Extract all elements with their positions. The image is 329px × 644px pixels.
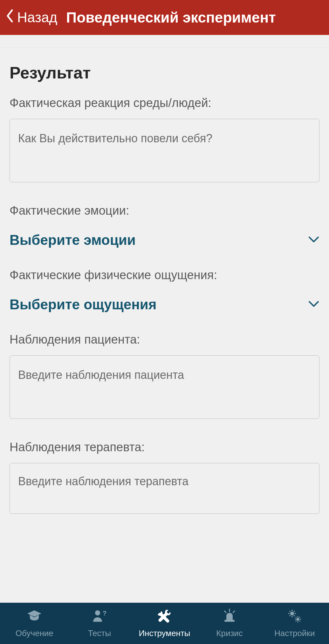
svg-line-13: [294, 611, 295, 612]
alarm-icon: [222, 608, 237, 626]
tab-label: Обучение: [16, 628, 53, 638]
svg-line-14: [290, 615, 291, 616]
tab-crisis[interactable]: Кризис: [197, 608, 262, 638]
tools-icon: [157, 608, 172, 626]
svg-point-15: [296, 618, 299, 621]
svg-rect-2: [224, 620, 235, 622]
therapist-obs-input[interactable]: [10, 463, 319, 514]
svg-text:?: ?: [103, 610, 106, 617]
sensations-label: Фактические физические ощущения:: [10, 268, 319, 282]
emotions-label: Фактические эмоции:: [10, 204, 319, 218]
tab-bar: Обучение ? Тесты Инструменты: [0, 603, 329, 644]
chevron-down-icon: [308, 236, 319, 244]
tab-tests[interactable]: ? Тесты: [67, 608, 132, 638]
svg-line-12: [294, 615, 295, 616]
field-emotions: Фактические эмоции: Выберите эмоции: [10, 204, 319, 248]
reaction-input[interactable]: [10, 119, 319, 182]
field-therapist-obs: Наблюдения терапевта:: [10, 440, 319, 515]
tab-label: Тесты: [88, 628, 111, 638]
svg-line-11: [290, 611, 291, 612]
graduation-cap-icon: [27, 608, 42, 626]
emotions-select-text: Выберите эмоции: [10, 232, 136, 248]
svg-line-22: [299, 617, 300, 618]
page-title: Поведенческий эксперимент: [66, 9, 276, 26]
chevron-down-icon: [308, 300, 319, 309]
field-sensations: Фактические физические ощущения: Выберит…: [10, 268, 319, 312]
therapist-obs-label: Наблюдения терапевта:: [10, 440, 319, 454]
tab-settings[interactable]: Настройки: [262, 608, 327, 638]
tab-label: Кризис: [216, 628, 243, 638]
divider: [0, 48, 329, 48]
tab-tools[interactable]: Инструменты: [132, 608, 197, 638]
svg-point-0: [95, 610, 100, 615]
patient-obs-input[interactable]: [10, 355, 319, 419]
sensations-select[interactable]: Выберите ощущения: [10, 297, 319, 312]
svg-line-20: [296, 617, 296, 618]
app-header: Назад Поведенческий эксперимент: [0, 0, 329, 35]
gears-icon: [287, 608, 302, 626]
back-button[interactable]: Назад: [6, 9, 57, 26]
field-reaction: Фактическая реакция среды/людей:: [10, 96, 319, 184]
section-heading: Результат: [10, 63, 319, 82]
svg-point-6: [290, 612, 294, 615]
svg-line-5: [233, 611, 235, 613]
emotions-select[interactable]: Выберите эмоции: [10, 232, 319, 248]
content-area: Результат Фактическая реакция среды/люде…: [0, 35, 329, 603]
field-patient-obs: Наблюдения пациента:: [10, 333, 319, 420]
person-question-icon: ?: [92, 608, 107, 626]
patient-obs-label: Наблюдения пациента:: [10, 333, 319, 346]
sensations-select-text: Выберите ощущения: [10, 297, 157, 312]
reaction-label: Фактическая реакция среды/людей:: [10, 96, 319, 110]
svg-line-21: [299, 621, 300, 621]
tab-learning[interactable]: Обучение: [2, 608, 67, 638]
tab-label: Инструменты: [139, 628, 190, 638]
chevron-left-icon: [6, 9, 14, 26]
svg-line-4: [224, 611, 226, 613]
tab-label: Настройки: [274, 628, 315, 638]
back-label: Назад: [17, 10, 57, 25]
svg-line-23: [296, 621, 296, 621]
